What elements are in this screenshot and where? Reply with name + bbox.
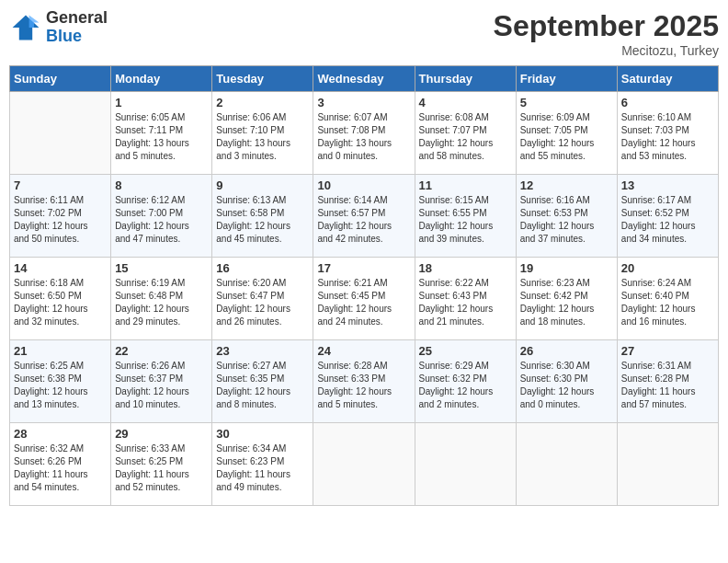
calendar-body: 1Sunrise: 6:05 AM Sunset: 7:11 PM Daylig… (10, 92, 719, 506)
day-info: Sunrise: 6:18 AM Sunset: 6:50 PM Dayligh… (14, 277, 107, 328)
logo: General Blue (9, 9, 108, 46)
calendar-cell (516, 423, 617, 506)
day-info: Sunrise: 6:19 AM Sunset: 6:48 PM Dayligh… (115, 277, 208, 328)
calendar-cell: 3Sunrise: 6:07 AM Sunset: 7:08 PM Daylig… (313, 92, 415, 175)
day-number: 25 (419, 344, 512, 358)
day-number: 14 (14, 261, 107, 275)
day-info: Sunrise: 6:26 AM Sunset: 6:37 PM Dayligh… (115, 360, 208, 411)
day-number: 20 (621, 261, 714, 275)
day-number: 19 (520, 261, 613, 275)
day-info: Sunrise: 6:32 AM Sunset: 6:26 PM Dayligh… (14, 442, 107, 494)
weekday-header-monday: Monday (111, 66, 212, 92)
calendar-cell: 15Sunrise: 6:19 AM Sunset: 6:48 PM Dayli… (111, 258, 212, 340)
svg-marker-0 (13, 15, 40, 40)
calendar-cell: 19Sunrise: 6:23 AM Sunset: 6:42 PM Dayli… (516, 258, 617, 340)
calendar-cell: 16Sunrise: 6:20 AM Sunset: 6:47 PM Dayli… (212, 258, 313, 340)
calendar-cell: 26Sunrise: 6:30 AM Sunset: 6:30 PM Dayli… (516, 340, 617, 423)
weekday-header-tuesday: Tuesday (212, 66, 313, 92)
day-info: Sunrise: 6:15 AM Sunset: 6:55 PM Dayligh… (419, 194, 512, 246)
page-header: General Blue September 2025 Mecitozu, Tu… (9, 9, 719, 58)
calendar-cell: 12Sunrise: 6:16 AM Sunset: 6:53 PM Dayli… (516, 175, 617, 258)
day-number: 4 (419, 96, 512, 109)
calendar-cell: 24Sunrise: 6:28 AM Sunset: 6:33 PM Dayli… (313, 340, 415, 423)
calendar-table: SundayMondayTuesdayWednesdayThursdayFrid… (9, 65, 719, 506)
day-info: Sunrise: 6:34 AM Sunset: 6:23 PM Dayligh… (216, 442, 309, 494)
day-number: 16 (216, 261, 309, 275)
calendar-week-row: 1Sunrise: 6:05 AM Sunset: 7:11 PM Daylig… (10, 92, 719, 175)
calendar-cell: 30Sunrise: 6:34 AM Sunset: 6:23 PM Dayli… (212, 423, 313, 506)
day-number: 24 (317, 344, 410, 358)
day-number: 21 (14, 344, 107, 358)
day-info: Sunrise: 6:07 AM Sunset: 7:08 PM Dayligh… (317, 111, 410, 163)
day-number: 8 (115, 178, 208, 192)
day-info: Sunrise: 6:22 AM Sunset: 6:43 PM Dayligh… (419, 277, 512, 328)
day-info: Sunrise: 6:23 AM Sunset: 6:42 PM Dayligh… (520, 277, 613, 328)
calendar-cell: 17Sunrise: 6:21 AM Sunset: 6:45 PM Dayli… (313, 258, 415, 340)
weekday-header-row: SundayMondayTuesdayWednesdayThursdayFrid… (10, 66, 719, 92)
calendar-cell: 1Sunrise: 6:05 AM Sunset: 7:11 PM Daylig… (111, 92, 212, 175)
day-number: 3 (317, 96, 410, 109)
day-info: Sunrise: 6:24 AM Sunset: 6:40 PM Dayligh… (621, 277, 714, 328)
day-number: 30 (216, 427, 309, 441)
month-year: September 2025 (494, 9, 719, 43)
calendar-week-row: 14Sunrise: 6:18 AM Sunset: 6:50 PM Dayli… (10, 258, 719, 340)
day-number: 5 (520, 96, 613, 109)
day-info: Sunrise: 6:31 AM Sunset: 6:28 PM Dayligh… (621, 360, 714, 411)
day-info: Sunrise: 6:09 AM Sunset: 7:05 PM Dayligh… (520, 111, 613, 163)
weekday-header-wednesday: Wednesday (313, 66, 415, 92)
calendar-cell: 11Sunrise: 6:15 AM Sunset: 6:55 PM Dayli… (415, 175, 516, 258)
calendar-cell: 14Sunrise: 6:18 AM Sunset: 6:50 PM Dayli… (10, 258, 111, 340)
day-info: Sunrise: 6:20 AM Sunset: 6:47 PM Dayligh… (216, 277, 309, 328)
calendar-header: SundayMondayTuesdayWednesdayThursdayFrid… (10, 66, 719, 92)
day-info: Sunrise: 6:10 AM Sunset: 7:03 PM Dayligh… (621, 111, 714, 163)
calendar-cell: 21Sunrise: 6:25 AM Sunset: 6:38 PM Dayli… (10, 340, 111, 423)
calendar-cell: 4Sunrise: 6:08 AM Sunset: 7:07 PM Daylig… (415, 92, 516, 175)
calendar-cell: 20Sunrise: 6:24 AM Sunset: 6:40 PM Dayli… (617, 258, 718, 340)
day-number: 28 (14, 427, 107, 441)
day-info: Sunrise: 6:33 AM Sunset: 6:25 PM Dayligh… (115, 442, 208, 494)
day-number: 29 (115, 427, 208, 441)
day-info: Sunrise: 6:21 AM Sunset: 6:45 PM Dayligh… (317, 277, 410, 328)
calendar-week-row: 21Sunrise: 6:25 AM Sunset: 6:38 PM Dayli… (10, 340, 719, 423)
calendar-cell (617, 423, 718, 506)
svg-marker-1 (29, 15, 40, 28)
calendar-week-row: 7Sunrise: 6:11 AM Sunset: 7:02 PM Daylig… (10, 175, 719, 258)
weekday-header-friday: Friday (516, 66, 617, 92)
day-number: 18 (419, 261, 512, 275)
day-number: 23 (216, 344, 309, 358)
day-info: Sunrise: 6:08 AM Sunset: 7:07 PM Dayligh… (419, 111, 512, 163)
calendar-cell: 27Sunrise: 6:31 AM Sunset: 6:28 PM Dayli… (617, 340, 718, 423)
logo-icon (9, 11, 42, 44)
title-block: September 2025 Mecitozu, Turkey (494, 9, 719, 58)
day-number: 12 (520, 178, 613, 192)
location: Mecitozu, Turkey (494, 43, 719, 58)
day-number: 26 (520, 344, 613, 358)
day-info: Sunrise: 6:17 AM Sunset: 6:52 PM Dayligh… (621, 194, 714, 246)
day-number: 10 (317, 178, 410, 192)
day-number: 27 (621, 344, 714, 358)
calendar-cell: 7Sunrise: 6:11 AM Sunset: 7:02 PM Daylig… (10, 175, 111, 258)
day-info: Sunrise: 6:06 AM Sunset: 7:10 PM Dayligh… (216, 111, 309, 163)
day-number: 13 (621, 178, 714, 192)
calendar-cell: 22Sunrise: 6:26 AM Sunset: 6:37 PM Dayli… (111, 340, 212, 423)
calendar-cell: 5Sunrise: 6:09 AM Sunset: 7:05 PM Daylig… (516, 92, 617, 175)
day-number: 15 (115, 261, 208, 275)
calendar-cell: 2Sunrise: 6:06 AM Sunset: 7:10 PM Daylig… (212, 92, 313, 175)
day-number: 17 (317, 261, 410, 275)
day-number: 22 (115, 344, 208, 358)
day-number: 6 (621, 96, 714, 109)
day-number: 7 (14, 178, 107, 192)
calendar-cell: 29Sunrise: 6:33 AM Sunset: 6:25 PM Dayli… (111, 423, 212, 506)
day-info: Sunrise: 6:11 AM Sunset: 7:02 PM Dayligh… (14, 194, 107, 246)
day-info: Sunrise: 6:13 AM Sunset: 6:58 PM Dayligh… (216, 194, 309, 246)
day-info: Sunrise: 6:29 AM Sunset: 6:32 PM Dayligh… (419, 360, 512, 411)
day-info: Sunrise: 6:12 AM Sunset: 7:00 PM Dayligh… (115, 194, 208, 246)
calendar-cell: 13Sunrise: 6:17 AM Sunset: 6:52 PM Dayli… (617, 175, 718, 258)
calendar-cell: 9Sunrise: 6:13 AM Sunset: 6:58 PM Daylig… (212, 175, 313, 258)
calendar-cell (415, 423, 516, 506)
calendar-cell: 10Sunrise: 6:14 AM Sunset: 6:57 PM Dayli… (313, 175, 415, 258)
calendar-cell (10, 92, 111, 175)
calendar-cell: 18Sunrise: 6:22 AM Sunset: 6:43 PM Dayli… (415, 258, 516, 340)
calendar-week-row: 28Sunrise: 6:32 AM Sunset: 6:26 PM Dayli… (10, 423, 719, 506)
day-info: Sunrise: 6:28 AM Sunset: 6:33 PM Dayligh… (317, 360, 410, 411)
